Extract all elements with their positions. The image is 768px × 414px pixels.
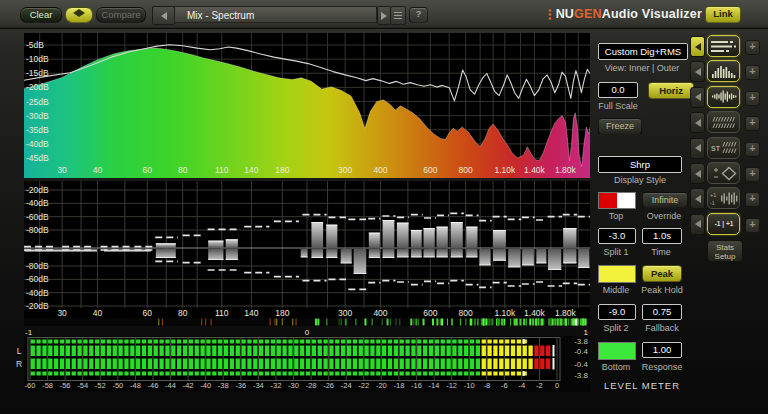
level-meter-section-label: LEVEL METER [590, 380, 694, 391]
svg-text:400: 400 [373, 165, 387, 175]
left-arrow-icon [695, 195, 701, 203]
svg-text:-35dB: -35dB [26, 125, 49, 135]
svg-text:-20dB: -20dB [26, 301, 49, 311]
middle-color-swatch[interactable] [598, 265, 636, 283]
view-collapse-arrow-stereo-spectrogram[interactable] [690, 138, 705, 159]
clear-button[interactable]: Clear [20, 7, 62, 23]
split2-field[interactable]: -9.0 [598, 304, 636, 320]
svg-text:-34: -34 [253, 381, 264, 390]
override-label: Override [638, 211, 690, 221]
add-view-button-level-meters[interactable]: + [745, 40, 760, 55]
view-collapse-arrow-level-meters[interactable] [690, 36, 705, 57]
preset-display[interactable]: Mix - Spectrum [174, 6, 377, 23]
view-button-vectorscope[interactable] [707, 162, 740, 184]
response-field[interactable]: 1.00 [642, 342, 682, 358]
view-row-level-meters: + [690, 35, 768, 57]
override-button[interactable]: Infinite [642, 192, 688, 208]
display-style-field[interactable]: Shrp [598, 156, 682, 173]
add-view-button-stereo-spectrogram[interactable]: + [745, 142, 760, 157]
left-arrow-icon [695, 119, 701, 127]
view-button-stereo-spectrogram[interactable]: ST [707, 137, 740, 159]
view-collapse-arrow-vectorscope[interactable] [690, 163, 705, 184]
svg-text:-0.4: -0.4 [574, 347, 588, 356]
add-view-button-waveform[interactable]: + [745, 91, 760, 106]
svg-text:-0.4: -0.4 [574, 360, 588, 369]
stats-setup-line2: Setup [708, 252, 742, 261]
view-button-correlation-spectrum[interactable]: +1-1 [707, 187, 740, 209]
view-row-spectrogram: + [690, 111, 768, 133]
preset-list-button[interactable] [390, 6, 406, 25]
view-collapse-arrow-waveform[interactable] [690, 87, 705, 108]
view-collapse-arrow-correlation-meter[interactable] [690, 214, 705, 235]
svg-text:-42: -42 [183, 381, 194, 390]
view-button-level-meters[interactable] [707, 35, 740, 57]
spectrogram-icon [709, 114, 739, 131]
histogram-display: -20dB-20dB-40dB-40dB-60dB-60dB-80dB-80dB… [24, 181, 590, 319]
bottom-color-swatch[interactable] [598, 342, 636, 360]
display-style-label: Display Style [590, 175, 690, 185]
freeze-button[interactable]: Freeze [598, 118, 642, 135]
view-button-waveform[interactable] [707, 86, 740, 108]
svg-text:+1: +1 [710, 192, 716, 198]
svg-text:-56: -56 [60, 381, 71, 390]
stats-setup-line1: Stats [708, 243, 742, 252]
add-view-button-vectorscope[interactable]: + [745, 167, 760, 182]
horiz-button[interactable]: Horiz [648, 82, 694, 99]
view-collapse-arrow-correlation-spectrum[interactable] [690, 188, 705, 209]
view-button-spectrogram[interactable] [707, 111, 740, 133]
svg-text:-24: -24 [341, 381, 352, 390]
svg-text:-30: -30 [288, 381, 299, 390]
compare-button[interactable]: Compare [96, 7, 146, 23]
brand-accent: GEN [574, 7, 602, 21]
view-button-correlation-meter[interactable]: -1 | +1 [707, 213, 740, 235]
svg-text:-38: -38 [218, 381, 229, 390]
swap-ab-button[interactable] [65, 7, 93, 23]
split1-field[interactable]: -3.0 [598, 228, 636, 244]
time-label: Time [642, 247, 680, 257]
left-arrow-icon [695, 93, 701, 101]
fallback-label: Fallback [636, 323, 688, 333]
peak-hold-label: Peak Hold [636, 285, 688, 295]
add-view-button-histogram[interactable]: + [745, 65, 760, 80]
svg-text:-1 | +1: -1 | +1 [714, 220, 733, 228]
full-scale-field[interactable]: 0.0 [598, 82, 638, 98]
left-arrow-icon [695, 170, 701, 178]
svg-text:-16: -16 [411, 381, 422, 390]
view-collapse-arrow-histogram[interactable] [690, 61, 705, 82]
help-button[interactable]: ? [409, 7, 428, 23]
meter-mode-field[interactable]: Custom Dig+RMS [598, 43, 688, 60]
preset-next-button[interactable] [377, 6, 391, 25]
brand-dots-icon [548, 8, 553, 21]
add-view-button-correlation-spectrum[interactable]: + [745, 192, 760, 207]
middle-label: Middle [594, 285, 638, 295]
svg-text:-46: -46 [148, 381, 159, 390]
top-label: Top [598, 211, 634, 221]
svg-text:-58: -58 [42, 381, 53, 390]
svg-text:-5dB: -5dB [26, 40, 44, 50]
top-color-swatch[interactable] [598, 192, 636, 209]
svg-text:-30dB: -30dB [26, 111, 49, 121]
histogram-icon [709, 63, 739, 80]
add-view-button-spectrogram[interactable]: + [745, 116, 760, 131]
level-meter-display: -60-58-56-54-52-50-48-46-44-42-40-38-36-… [0, 336, 600, 394]
view-button-histogram[interactable] [707, 60, 740, 82]
preset-prev-button[interactable] [152, 6, 175, 25]
svg-text:R: R [16, 359, 22, 369]
correlation-spectrum-icon: +1-1 [709, 190, 739, 207]
left-arrow-icon [695, 43, 701, 51]
brand-logo: NUGEN Audio Visualizer [548, 6, 702, 22]
link-button[interactable]: Link [705, 6, 741, 23]
svg-text:-60dB: -60dB [26, 274, 49, 284]
svg-text:-40dB: -40dB [26, 139, 49, 149]
stats-setup-button[interactable]: Stats Setup [707, 240, 743, 262]
spectrum-display: -5dB-10dB-15dB-20dB-25dB-30dB-35dB-40dB-… [24, 33, 590, 178]
settings-panel: Custom Dig+RMS View: Inner | Outer 0.0 H… [590, 28, 695, 414]
add-view-button-correlation-meter[interactable]: + [745, 218, 760, 233]
prev-arrow-icon [161, 12, 167, 20]
fallback-field[interactable]: 0.75 [642, 304, 682, 320]
time-field[interactable]: 1.0s [642, 228, 682, 244]
view-row-histogram: + [690, 60, 768, 82]
view-collapse-arrow-spectrogram[interactable] [690, 112, 705, 133]
peak-button[interactable]: Peak [642, 265, 682, 282]
svg-text:-28: -28 [306, 381, 317, 390]
